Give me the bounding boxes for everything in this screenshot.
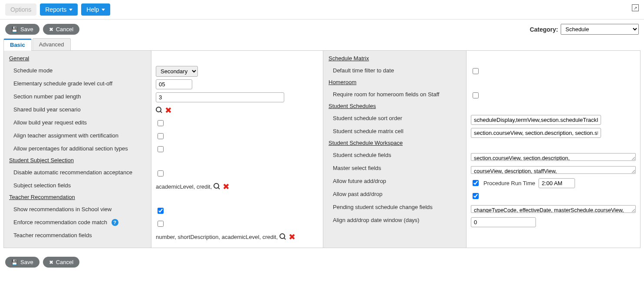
label-allow-build-edits: Allow build year request edits <box>4 118 151 128</box>
tab-basic[interactable]: Basic <box>3 39 32 51</box>
label-enforce-code: Enforce recommendation code match ? <box>4 217 151 228</box>
label-sched-fields: Student schedule fields <box>323 150 466 161</box>
master-select-textarea[interactable] <box>471 166 636 174</box>
section-pad-input[interactable] <box>156 92 284 102</box>
pending-fields-textarea[interactable] <box>471 205 636 213</box>
top-menu-bar: Options Reports Help ↗ <box>0 0 644 20</box>
cancel-label: Cancel <box>56 259 73 265</box>
label-section-pad: Section number pad length <box>4 91 151 102</box>
help-label: Help <box>86 6 99 13</box>
matrix-cell-input[interactable] <box>471 128 601 138</box>
label-matrix-cell: Student schedule matrix cell <box>323 126 466 137</box>
label-schedule-mode: Schedule mode <box>4 65 151 76</box>
allow-build-edits-checkbox[interactable] <box>158 120 164 126</box>
require-room-checkbox[interactable] <box>473 92 479 98</box>
label-show-rec: Show recommendations in School view <box>4 204 151 215</box>
label-shared-build: Shared build year scenario <box>4 105 151 115</box>
align-window-input[interactable] <box>471 217 536 227</box>
show-rec-checkbox[interactable] <box>158 208 164 214</box>
label-allow-future: Allow future add/drop <box>323 176 466 187</box>
allow-percent-checkbox[interactable] <box>158 146 164 152</box>
sort-order-input[interactable] <box>471 115 601 125</box>
right-labels: Schedule Matrix Default time filter to d… <box>323 51 467 248</box>
tab-advanced[interactable]: Advanced <box>33 38 71 50</box>
label-elem-cutoff: Elementary schedule grade level cut-off <box>4 78 151 89</box>
help-button[interactable]: Help <box>81 3 110 16</box>
label-allow-percent: Allow percentages for additional section… <box>4 144 151 154</box>
proc-run-time-input[interactable] <box>539 178 575 188</box>
save-button-bottom[interactable]: 💾 Save <box>5 257 39 268</box>
cancel-button[interactable]: ✖ Cancel <box>43 24 79 35</box>
action-bar: 💾 Save ✖ Cancel Category: Schedule <box>0 20 644 35</box>
proc-run-time-label: Procedure Run Time <box>483 180 535 186</box>
label-teacher-rec-fields: Teacher recommendation fields <box>4 230 151 241</box>
save-icon: 💾 <box>11 26 18 33</box>
category-select[interactable]: Schedule <box>561 24 639 35</box>
section-workspace: Student Schedule Workspace <box>323 138 466 149</box>
label-pending-fields: Pending student schedule change fields <box>323 202 466 213</box>
label-default-time: Default time filter to date <box>323 65 466 76</box>
reports-label: Reports <box>45 6 66 13</box>
label-align-teacher: Align teacher assignment with certificat… <box>4 131 151 141</box>
help-icon[interactable]: ? <box>112 219 118 226</box>
label-master-select: Master select fields <box>323 163 466 174</box>
subj-sel-fields-text: academicLevel, credit, <box>156 183 212 190</box>
cancel-button-bottom[interactable]: ✖ Cancel <box>43 257 79 268</box>
tabs: Basic Advanced <box>3 38 644 50</box>
label-disable-auto: Disable automatic recommendation accepta… <box>4 167 151 178</box>
search-icon[interactable] <box>156 107 163 114</box>
expand-icon[interactable]: ↗ <box>632 4 639 11</box>
save-icon: 💾 <box>11 259 18 265</box>
close-icon: ✖ <box>49 26 53 33</box>
allow-future-checkbox[interactable] <box>473 180 479 186</box>
category-selector: Category: Schedule <box>530 24 639 35</box>
clear-icon[interactable] <box>288 233 296 241</box>
elem-cutoff-input[interactable] <box>156 79 192 89</box>
right-values: Procedure Run Time <box>467 51 640 248</box>
search-icon[interactable] <box>214 183 220 190</box>
section-schedule-matrix: Schedule Matrix <box>323 53 466 64</box>
options-button: Options <box>5 3 36 16</box>
label-allow-past: Allow past add/drop <box>323 189 466 200</box>
label-require-room: Require room for homeroom fields on Staf… <box>323 89 466 100</box>
clear-icon[interactable] <box>222 183 230 190</box>
teacher-rec-fields-text: number, shortDescription, academicLevel,… <box>156 234 278 240</box>
left-labels: General Schedule mode Elementary schedul… <box>4 51 151 248</box>
search-icon[interactable] <box>279 233 286 240</box>
clear-icon[interactable] <box>164 106 172 114</box>
caret-down-icon <box>102 9 105 11</box>
default-time-checkbox[interactable] <box>473 68 479 74</box>
category-label: Category: <box>530 26 558 33</box>
settings-panel: General Schedule mode Elementary schedul… <box>3 50 641 248</box>
caret-down-icon <box>69 9 72 11</box>
cancel-label: Cancel <box>56 26 73 33</box>
schedule-mode-select[interactable]: Secondary <box>156 66 198 77</box>
label-subj-sel-fields: Subject selection fields <box>4 180 151 191</box>
disable-auto-checkbox[interactable] <box>158 170 164 176</box>
save-label: Save <box>20 26 33 33</box>
section-general: General <box>4 53 151 64</box>
bottom-action-bar: 💾 Save ✖ Cancel <box>0 252 644 274</box>
save-label: Save <box>20 259 33 265</box>
section-student-schedules: Student Schedules <box>323 101 466 112</box>
reports-button[interactable]: Reports <box>40 3 78 16</box>
section-teacher-rec: Teacher Recommendation <box>4 192 151 203</box>
label-sort-order: Student schedule sort order <box>323 113 466 124</box>
sched-fields-textarea[interactable] <box>471 153 636 161</box>
left-values: Secondary academicLevel, credit, number,… <box>151 51 323 248</box>
section-homeroom: Homeroom <box>323 77 466 88</box>
enforce-code-checkbox[interactable] <box>158 221 164 227</box>
allow-past-checkbox[interactable] <box>473 193 479 199</box>
label-align-window: Align add/drop date window (days) <box>323 215 466 226</box>
section-sss: Student Subject Selection <box>4 155 151 166</box>
save-button[interactable]: 💾 Save <box>5 24 39 35</box>
close-icon: ✖ <box>49 259 53 265</box>
align-teacher-checkbox[interactable] <box>158 133 164 139</box>
